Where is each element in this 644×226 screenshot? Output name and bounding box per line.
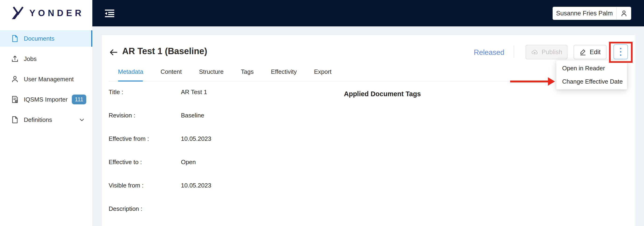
metadata-row-visible-from: Visible from : 10.05.2023: [109, 182, 211, 189]
field-label: Visible from :: [109, 182, 181, 189]
document-tabs: Metadata Content Structure Tags Effectiv…: [118, 68, 349, 76]
field-label: Description :: [109, 205, 181, 212]
tab-tags[interactable]: Tags: [241, 68, 254, 76]
publish-button[interactable]: Publish: [526, 45, 568, 59]
document-detail-card: AR Test 1 (Baseline) Released Publish Ed…: [102, 35, 635, 226]
divider: [514, 46, 514, 58]
count-badge: 111: [72, 95, 86, 104]
edit-button[interactable]: Edit: [574, 45, 606, 59]
metadata-row-effective-from: Effective from : 10.05.2023: [109, 135, 211, 142]
sidebar-item-label: Documents: [24, 35, 54, 42]
field-label: Revision :: [109, 112, 181, 119]
yonder-logo-icon: [10, 6, 25, 21]
menu-item-change-effective-date[interactable]: Change Effective Date: [556, 75, 627, 88]
field-value: Open: [181, 158, 196, 166]
menu-fold-icon: [104, 9, 115, 18]
annotation-highlight-box: [609, 42, 632, 63]
tab-structure[interactable]: Structure: [199, 68, 224, 76]
back-button[interactable]: [109, 48, 118, 57]
active-tab-indicator: [118, 81, 143, 82]
applied-document-tags-heading: Applied Document Tags: [344, 90, 421, 98]
metadata-row-title: Title : AR Test 1: [109, 88, 211, 96]
field-value: 10.05.2023: [181, 135, 211, 142]
arrow-left-icon: [109, 48, 118, 57]
metadata-row-revision: Revision : Baseline: [109, 112, 211, 119]
menu-item-open-in-reader[interactable]: Open in Reader: [556, 62, 627, 75]
more-actions-dropdown: Open in Reader Change Effective Date: [556, 61, 627, 89]
user-name: Susanne Fries Palm: [552, 7, 616, 20]
sidebar-item-label: Definitions: [24, 116, 52, 123]
person-icon: [617, 7, 631, 20]
field-label: Title :: [109, 89, 181, 96]
brand-wordmark: YONDER: [30, 8, 84, 18]
top-bar: YONDER Susanne Fries Palm: [0, 0, 644, 26]
brand-logo: YONDER: [0, 0, 92, 26]
annotation-arrow-head-icon: [548, 77, 555, 86]
file-icon: [11, 116, 19, 124]
edit-pen-icon: [580, 49, 586, 56]
publish-label: Publish: [542, 49, 562, 56]
chevron-down-icon: [79, 117, 85, 123]
file-icon: [11, 35, 19, 43]
field-value: Baseline: [181, 112, 204, 119]
sidebar-collapse-button[interactable]: [104, 8, 115, 19]
sidebar-item-jobs[interactable]: Jobs: [0, 51, 92, 67]
metadata-list: Title : AR Test 1 Revision : Baseline Ef…: [109, 88, 211, 226]
field-value: 10.05.2023: [181, 182, 211, 189]
tab-metadata[interactable]: Metadata: [118, 68, 143, 76]
sidebar-item-iqsms-importer[interactable]: IQSMS Importer 111: [0, 91, 92, 108]
sidebar-item-documents[interactable]: Documents: [0, 30, 92, 47]
sidebar-item-label: Jobs: [24, 55, 36, 63]
sidebar-item-user-management[interactable]: User Management: [0, 71, 92, 87]
sidebar-item-label: IQSMS Importer: [24, 96, 68, 103]
sidebar-item-label: User Management: [24, 76, 74, 83]
annotation-arrow: [510, 81, 549, 82]
screen: YONDER Susanne Fries Palm: [0, 0, 644, 226]
sidebar: Documents Jobs: [0, 26, 92, 226]
file-protect-icon: [11, 96, 19, 103]
field-label: Effective to :: [109, 158, 181, 166]
sidebar-menu: Documents Jobs: [0, 26, 92, 128]
page-title: AR Test 1 (Baseline): [122, 46, 207, 56]
upload-icon: [11, 55, 19, 63]
field-value: AR Test 1: [181, 89, 207, 96]
sidebar-item-definitions[interactable]: Definitions: [0, 112, 92, 128]
user-menu-button[interactable]: Susanne Fries Palm: [552, 7, 631, 20]
metadata-row-effective-to: Effective to : Open: [109, 158, 211, 166]
status-released: Released: [474, 48, 504, 57]
tab-export[interactable]: Export: [314, 68, 332, 76]
field-label: Effective from :: [109, 135, 181, 142]
tab-effectivity[interactable]: Effectivity: [271, 68, 297, 76]
person-icon: [11, 75, 19, 83]
cloud-upload-icon: [531, 48, 538, 56]
tab-content[interactable]: Content: [160, 68, 182, 76]
edit-label: Edit: [590, 49, 601, 56]
metadata-row-description: Description :: [109, 205, 211, 212]
